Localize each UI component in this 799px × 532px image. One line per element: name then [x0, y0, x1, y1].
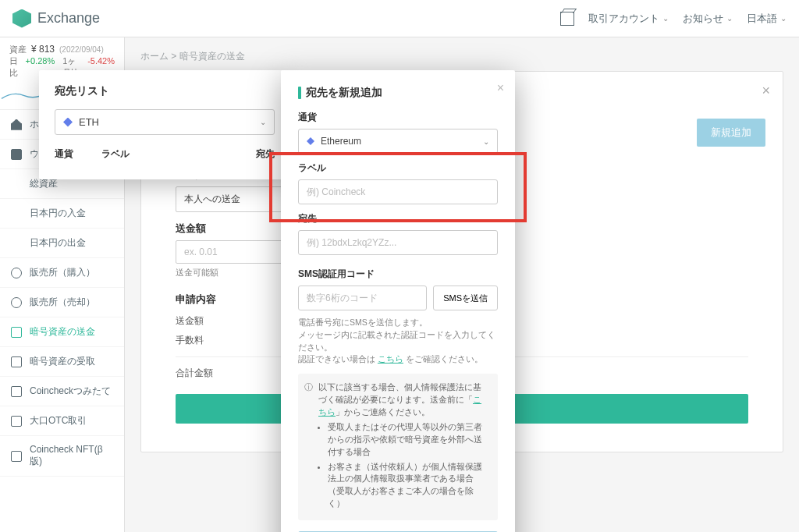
chevron-down-icon: ⌄: [726, 14, 733, 23]
sms-note: 電話番号宛にSMSを送信します。 メッセージ内に記載された認証コードを入力してく…: [298, 317, 498, 366]
sidebar-item-nft[interactable]: Coincheck NFT(β版): [0, 436, 124, 477]
close-icon[interactable]: ×: [497, 81, 504, 95]
news-menu[interactable]: お知らせ⌄: [683, 12, 733, 26]
breadcrumb-home[interactable]: ホーム: [140, 51, 169, 62]
chevron-down-icon: ⌄: [780, 14, 787, 23]
col-dest: 宛先: [256, 147, 275, 161]
balance-label: 資産: [9, 44, 27, 55]
privacy-info-box: 以下に該当する場合、個人情報保護法に基づく確認が必要になります。送金前に「こちら…: [298, 374, 498, 520]
brand-text: Exchange: [37, 10, 100, 27]
balance-amount: ¥ 813: [31, 44, 55, 55]
sidebar-item-crypto-send[interactable]: 暗号資産の送金: [0, 317, 124, 347]
cart-icon: [11, 268, 22, 278]
hex-logo-icon: [12, 9, 31, 28]
col-currency: 通貨: [55, 147, 73, 161]
sms-code-input[interactable]: [298, 286, 427, 310]
address-list-popover: 宛先リスト ETH ⌄ 通貨 ラベル 宛先: [39, 70, 290, 179]
new-address-button[interactable]: 新規追加: [697, 119, 765, 147]
header-right-nav: 取引アカウント⌄ お知らせ⌄ 日本語⌄: [560, 12, 787, 26]
send-icon: [11, 327, 22, 338]
currency-field-label: 通貨: [298, 111, 498, 124]
send-sms-button[interactable]: SMSを送信: [433, 286, 498, 310]
chevron-down-icon: ⌄: [662, 14, 669, 23]
ethereum-icon: [307, 137, 314, 145]
add-address-modal: × 宛先を新規追加 通貨 Ethereum ⌄ ラベル 宛先 SMS認証用コード…: [281, 70, 515, 532]
sms-field-label: SMS認証用コード: [298, 268, 498, 281]
currency-dropdown[interactable]: Ethereum ⌄: [298, 129, 498, 154]
blank-icon: [11, 238, 22, 249]
label-input[interactable]: [298, 179, 498, 204]
blank-icon: [11, 179, 22, 190]
label-field-label: ラベル: [298, 161, 498, 175]
language-menu[interactable]: 日本語⌄: [747, 12, 787, 26]
brand-logo: Exchange: [12, 9, 100, 28]
blank-icon: [11, 208, 22, 219]
balance-date: (2022/09/04): [59, 45, 104, 54]
close-icon[interactable]: ×: [762, 83, 770, 99]
image-icon: [11, 451, 22, 462]
sidebar-item-jpy-deposit[interactable]: 日本円の入金: [0, 199, 124, 229]
account-menu[interactable]: 取引アカウント⌄: [588, 12, 669, 26]
modal-title: 宛先を新規追加: [298, 86, 498, 100]
cart-icon: [11, 297, 22, 308]
day-label: 日比: [9, 55, 21, 79]
app-header: Exchange 取引アカウント⌄ お知らせ⌄ 日本語⌄: [0, 0, 799, 37]
chevron-down-icon: ⌄: [260, 118, 266, 126]
day-pct: +0.28%: [26, 56, 55, 66]
chevron-down-icon: ⌄: [483, 137, 489, 146]
recipient-type-select[interactable]: 本人への送金: [176, 186, 285, 212]
sidebar-item-jpy-withdraw[interactable]: 日本円の出金: [0, 229, 124, 258]
home-icon: [11, 119, 22, 130]
ethereum-icon: [63, 118, 73, 127]
destination-input[interactable]: [298, 230, 498, 255]
stack-icon: [11, 386, 22, 397]
dest-field-label: 宛先: [298, 212, 498, 225]
wallet-icon: [11, 149, 22, 160]
sms-help-link[interactable]: こちら: [378, 354, 403, 364]
sidebar-item-otc[interactable]: 大口OTC取引: [0, 406, 124, 436]
cube-icon[interactable]: [560, 12, 574, 26]
breadcrumb-current: 暗号資産の送金: [179, 51, 245, 62]
popover-title: 宛先リスト: [55, 84, 275, 98]
truck-icon: [11, 416, 22, 427]
popover-currency-select[interactable]: ETH ⌄: [55, 109, 275, 135]
sidebar-item-sell[interactable]: 販売所（売却）: [0, 288, 124, 317]
breadcrumb: ホーム > 暗号資産の送金: [140, 50, 783, 63]
month-pct: -5.42%: [87, 56, 115, 66]
sidebar-item-crypto-receive[interactable]: 暗号資産の受取: [0, 347, 124, 377]
address-table-header: 通貨 ラベル 宛先: [55, 147, 275, 161]
sidebar-item-tsumitate[interactable]: Coincheckつみたて: [0, 377, 124, 406]
col-label: ラベル: [101, 147, 130, 161]
amount-input[interactable]: ex. 0.01: [176, 240, 285, 264]
sidebar-item-buy[interactable]: 販売所（購入）: [0, 258, 124, 288]
receive-icon: [11, 356, 22, 367]
